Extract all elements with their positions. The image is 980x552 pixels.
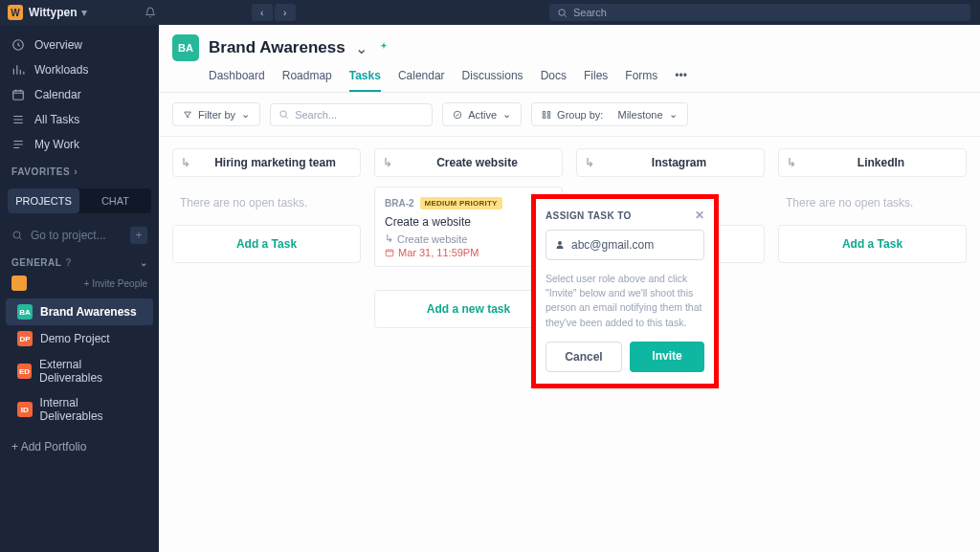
- nav-my-work[interactable]: My Work: [0, 132, 159, 157]
- project-badge: ID: [17, 402, 33, 417]
- forward-button[interactable]: ›: [275, 4, 296, 21]
- general-header[interactable]: GENERAL ?⌄: [0, 248, 159, 272]
- project-internal-deliverables[interactable]: IDInternal Deliverables: [6, 390, 153, 429]
- add-portfolio-button[interactable]: + Add Portfolio: [0, 429, 159, 465]
- tab-files[interactable]: Files: [584, 69, 608, 92]
- board-toolbar: Filter by⌄ Search... Active⌄ Group by: M…: [159, 93, 980, 137]
- assign-popover-highlight: ASSIGN TASK TO✕ abc@gmail.com Select use…: [531, 194, 719, 388]
- chevron-right-icon: ›: [74, 166, 78, 177]
- project-badge: DP: [17, 331, 33, 346]
- chevron-down-icon: ▾: [81, 6, 87, 19]
- subtask-icon: ↳: [585, 156, 594, 169]
- nav-workloads[interactable]: Workloads: [0, 57, 159, 82]
- tab-chat[interactable]: CHAT: [79, 188, 151, 213]
- global-search[interactable]: Search: [549, 4, 970, 21]
- project-search[interactable]: Go to project... +: [0, 223, 159, 248]
- project-title: Brand Awareness: [209, 38, 345, 57]
- column-hiring: ↳Hiring marketing team There are no open…: [172, 148, 361, 263]
- tab-roadmap[interactable]: Roadmap: [282, 69, 332, 92]
- project-badge: ED: [17, 364, 32, 379]
- workspace-color-icon: [11, 276, 27, 291]
- bell-icon[interactable]: [145, 7, 156, 18]
- svg-rect-9: [547, 115, 550, 118]
- app-logo: W: [8, 5, 23, 20]
- subtask-icon: ↳: [385, 232, 393, 245]
- subtask-icon: ↳: [181, 156, 190, 169]
- chevron-down-icon: ⌄: [669, 108, 678, 121]
- groupby-button[interactable]: Group by: Milestone⌄: [531, 102, 687, 126]
- task-search[interactable]: Search...: [270, 103, 433, 126]
- chevron-down-icon: ⌄: [502, 108, 511, 121]
- task-id: BRA-2: [385, 198, 414, 209]
- tab-dashboard[interactable]: Dashboard: [209, 69, 265, 92]
- svg-rect-8: [543, 115, 546, 118]
- column-header[interactable]: ↳Create website: [374, 148, 563, 177]
- project-header: BA Brand Awareness ⌄ Dashboard Roadmap T…: [159, 25, 980, 93]
- sparkle-icon: [377, 41, 390, 55]
- tab-calendar[interactable]: Calendar: [398, 69, 445, 92]
- sidebar: Overview Workloads Calendar All Tasks My…: [0, 25, 159, 552]
- project-demo[interactable]: DPDemo Project: [6, 325, 153, 352]
- cancel-button[interactable]: Cancel: [546, 342, 622, 372]
- tab-docs[interactable]: Docs: [541, 69, 567, 92]
- nav-label: Calendar: [34, 88, 81, 101]
- column-header[interactable]: ↳Instagram: [576, 148, 765, 177]
- project-brand-awareness[interactable]: BABrand Awareness: [6, 298, 153, 325]
- invite-button[interactable]: Invite: [630, 342, 704, 372]
- email-input[interactable]: abc@gmail.com: [546, 230, 704, 260]
- svg-point-3: [13, 232, 20, 238]
- tab-more[interactable]: •••: [675, 69, 687, 92]
- filter-button[interactable]: Filter by⌄: [172, 102, 260, 126]
- svg-point-5: [454, 111, 461, 119]
- invite-people-link[interactable]: + Invite People: [84, 278, 147, 289]
- add-project-button[interactable]: +: [130, 227, 147, 244]
- svg-rect-10: [386, 250, 393, 256]
- task-due-date: Mar 31, 11:59PM: [385, 247, 552, 258]
- empty-state: There are no open tasks.: [778, 187, 967, 219]
- nav-overview[interactable]: Overview: [0, 33, 159, 57]
- subtask-icon: ↳: [383, 156, 392, 169]
- popover-hint: Select user role above and click "Invite…: [546, 272, 704, 330]
- project-tabs: Dashboard Roadmap Tasks Calendar Discuss…: [209, 69, 967, 92]
- subtask-icon: ↳: [787, 156, 796, 169]
- project-external-deliverables[interactable]: EDExternal Deliverables: [6, 352, 153, 390]
- chevron-down-icon[interactable]: ⌄: [355, 39, 368, 57]
- task-subtask: ↳Create website: [385, 232, 552, 245]
- close-button[interactable]: ✕: [695, 209, 704, 222]
- nav-calendar[interactable]: Calendar: [0, 82, 159, 107]
- svg-rect-7: [547, 111, 550, 114]
- priority-badge: MEDIUM PRIORITY: [420, 197, 502, 210]
- chevron-down-icon: ⌄: [140, 257, 148, 268]
- topbar: W Wittypen ▾ ‹ › Search: [0, 0, 980, 25]
- chevron-down-icon: ⌄: [241, 108, 250, 121]
- svg-rect-6: [543, 111, 546, 114]
- column-header[interactable]: ↳LinkedIn: [778, 148, 967, 177]
- tab-forms[interactable]: Forms: [625, 69, 657, 92]
- svg-point-0: [559, 9, 565, 14]
- favorites-header[interactable]: FAVORITES›: [0, 157, 159, 181]
- add-task-button[interactable]: Add a Task: [778, 225, 967, 263]
- history-nav: ‹ ›: [252, 4, 296, 21]
- status-filter[interactable]: Active⌄: [442, 102, 522, 126]
- nav-all-tasks[interactable]: All Tasks: [0, 107, 159, 132]
- column-header[interactable]: ↳Hiring marketing team: [172, 148, 361, 177]
- help-icon: ?: [65, 257, 72, 268]
- empty-state: There are no open tasks.: [172, 187, 361, 219]
- workspace-name[interactable]: Wittypen: [29, 6, 78, 19]
- nav-label: All Tasks: [34, 113, 79, 126]
- add-task-button[interactable]: Add a Task: [172, 225, 361, 263]
- nav-label: Workloads: [34, 63, 88, 77]
- search-placeholder: Search: [573, 7, 607, 18]
- tab-tasks[interactable]: Tasks: [349, 69, 381, 92]
- column-linkedin: ↳LinkedIn There are no open tasks. Add a…: [778, 148, 967, 263]
- invite-row: + Invite People: [0, 272, 159, 298]
- back-button[interactable]: ‹: [252, 4, 273, 21]
- tab-projects[interactable]: PROJECTS: [8, 188, 79, 213]
- nav-label: My Work: [34, 138, 79, 151]
- project-badge: BA: [17, 304, 33, 320]
- svg-rect-2: [13, 91, 24, 99]
- tab-discussions[interactable]: Discussions: [462, 69, 523, 92]
- svg-point-4: [280, 111, 286, 117]
- email-value: abc@gmail.com: [571, 238, 654, 252]
- nav-label: Overview: [34, 38, 82, 52]
